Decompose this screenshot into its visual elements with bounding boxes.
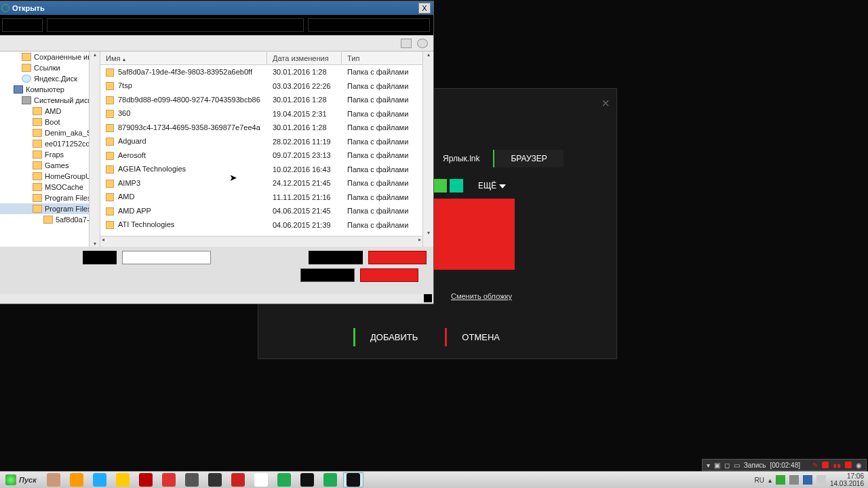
tree-item[interactable]: Denim_aka_Su (0, 127, 100, 138)
volume-icon[interactable] (816, 475, 826, 485)
tree-item[interactable]: Boot (0, 117, 100, 127)
network-icon[interactable] (803, 475, 812, 485)
column-date[interactable]: Дата изменения (267, 52, 342, 64)
pause-icon[interactable]: ∎∎ (833, 462, 841, 469)
tree-item[interactable]: Program Files ( (0, 203, 100, 214)
record-icon[interactable] (822, 462, 829, 468)
razer2-icon (347, 473, 360, 487)
file-row[interactable]: 5af8d0a7-19de-4f3e-9803-83952a6eb0ff30.0… (100, 65, 433, 79)
file-row[interactable]: 78db9d88-e099-4800-9274-7043593bcb8630.0… (100, 93, 433, 107)
taskbar-item-adguard[interactable] (113, 472, 133, 487)
column-headers[interactable]: Имя ▴ Дата изменения Тип (100, 52, 433, 65)
tree-item[interactable]: HomeGroupUse (0, 171, 100, 182)
folder-icon (33, 161, 42, 169)
taskbar-item-explorer[interactable] (43, 472, 64, 487)
column-type[interactable]: Тип (342, 52, 433, 64)
file-row[interactable]: 7tsp03.03.2016 22:26Папка с файлами (100, 79, 433, 94)
file-row[interactable]: AMD APP04.06.2015 21:45Папка с файлами (100, 204, 433, 218)
settings-icon[interactable]: ▣ (714, 462, 720, 469)
file-row[interactable]: AMD11.11.2015 21:16Папка с файлами (100, 190, 433, 205)
taskbar-item-app-red[interactable] (228, 472, 248, 487)
taskbar-item-recorder[interactable] (136, 472, 156, 487)
filetype-combo[interactable] (309, 251, 363, 264)
taskbar-item-skype[interactable] (90, 472, 110, 487)
taskbar-item-game1[interactable] (182, 472, 202, 487)
tree-item-label: Сохраненные иг (34, 53, 90, 61)
resize-handle[interactable] (424, 294, 432, 302)
file-row[interactable]: AIMP324.12.2015 21:45Папка с файлами (100, 176, 433, 190)
change-cover-link[interactable]: Сменить обложку (451, 292, 512, 300)
file-row[interactable]: AGEIA Technologies10.02.2016 16:43Папка … (100, 163, 433, 177)
chevron-down-icon[interactable]: ▾ (707, 462, 710, 469)
tray-icon[interactable] (789, 475, 799, 485)
taskbar-item-bandicam[interactable] (159, 472, 179, 487)
clock[interactable]: 17:06 14.03.2016 (830, 472, 864, 487)
tray-icon[interactable] (776, 475, 785, 485)
close-button[interactable]: X (418, 3, 431, 14)
cover-preview (433, 199, 515, 270)
scrollbar-vertical[interactable] (422, 52, 433, 247)
filename-input[interactable] (122, 251, 211, 264)
tree-item[interactable]: Games (0, 160, 100, 171)
file-row[interactable]: 36019.04.2015 2:31Папка с файлами (100, 107, 433, 121)
tree-item[interactable]: ee0171252cd5 (0, 138, 100, 149)
start-orb-icon (5, 474, 16, 485)
start-button[interactable]: Пуск (0, 472, 42, 488)
tree-item[interactable]: Сохраненные иг (0, 52, 100, 62)
tray-chevron-icon[interactable]: ▴ (768, 476, 772, 484)
taskbar-item-razer[interactable] (297, 472, 317, 487)
file-row[interactable]: Aerosoft09.07.2015 23:13Папка с файлами (100, 148, 433, 163)
folder-icon (33, 118, 42, 126)
taskbar-item-yandex[interactable] (251, 472, 271, 487)
folder-icon (22, 96, 31, 104)
open-button[interactable] (368, 251, 427, 264)
address-bar[interactable] (0, 15, 433, 35)
language-indicator[interactable]: RU (754, 476, 764, 484)
taskbar-item-skyrim[interactable] (205, 472, 225, 487)
dialog-titlebar[interactable]: Открыть X (0, 1, 433, 15)
taskbar-item-wmp[interactable] (66, 472, 87, 487)
folder-tree[interactable]: Сохраненные игСсылкиЯндекс.ДискКомпьютер… (0, 52, 100, 247)
taskbar-item-razer2[interactable] (343, 472, 363, 487)
file-row[interactable]: 879093c4-1734-4695-9358-369877e7ee4a30.0… (100, 121, 433, 135)
pencil-icon[interactable]: ✎ (812, 462, 818, 469)
tree-item-label: AMD (45, 107, 61, 115)
tree-item[interactable]: 5af8d0a7-19 (0, 214, 100, 225)
tree-item-label: Denim_aka_Su (45, 129, 96, 137)
bandicam-icon (162, 473, 176, 487)
camera-icon[interactable]: ◉ (856, 462, 862, 469)
tree-item[interactable]: MSOCache (0, 182, 100, 192)
adguard-icon (116, 473, 130, 487)
folder-icon (33, 172, 42, 180)
tree-item[interactable]: Ссылки (0, 62, 100, 73)
tree-item[interactable]: Program Files (0, 192, 100, 203)
color-swatch[interactable] (433, 179, 447, 192)
open-button-2[interactable] (360, 268, 418, 282)
tree-item[interactable]: Системный диск (0, 95, 100, 106)
tree-item[interactable]: Компьютер (0, 84, 100, 95)
scrollbar-horizontal[interactable] (100, 236, 422, 247)
cancel-file-button[interactable] (300, 268, 355, 282)
more-colors-button[interactable]: ЕЩЁ (473, 178, 511, 193)
taskbar-item-gpu[interactable] (274, 472, 294, 487)
scrollbar-vertical[interactable] (89, 52, 100, 247)
color-swatch[interactable] (450, 179, 463, 192)
cancel-button[interactable]: ОТМЕНА (445, 328, 515, 346)
tree-item[interactable]: Fraps (0, 149, 100, 160)
window-icon[interactable]: ◻ (724, 462, 730, 469)
help-icon[interactable] (417, 39, 428, 48)
taskbar-item-monitor[interactable] (320, 472, 340, 487)
view-icon[interactable] (401, 39, 412, 48)
stop-icon[interactable] (845, 462, 852, 468)
browse-button[interactable]: БРАУЗЕР (493, 150, 563, 167)
tree-item[interactable]: AMD (0, 106, 100, 117)
file-list[interactable]: Имя ▴ Дата изменения Тип 5af8d0a7-19de-4… (100, 52, 433, 247)
close-icon[interactable]: × (601, 96, 610, 111)
taskbar: Пуск RU ▴ 17:06 14.03.2016 (0, 471, 868, 488)
file-row[interactable]: ATI Technologies04.06.2015 21:39Папка с … (100, 218, 433, 232)
monitor-icon[interactable]: ▭ (734, 462, 740, 469)
file-row[interactable]: Adguard28.02.2016 11:19Папка с файлами (100, 135, 433, 149)
tree-item[interactable]: Яндекс.Диск (0, 73, 100, 84)
column-name[interactable]: Имя ▴ (100, 52, 267, 64)
add-button[interactable]: ДОБАВИТЬ (353, 328, 433, 346)
